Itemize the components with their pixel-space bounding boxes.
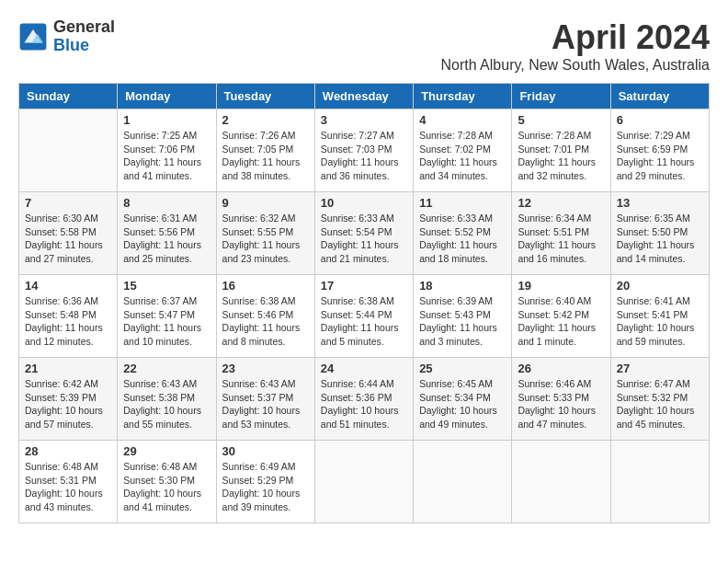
calendar-cell: 22Sunrise: 6:43 AMSunset: 5:38 PMDayligh… [118, 358, 216, 441]
day-number: 23 [222, 362, 309, 375]
calendar-cell: 4Sunrise: 7:28 AMSunset: 7:02 PMDaylight… [414, 109, 512, 192]
day-info: Sunrise: 7:26 AMSunset: 7:05 PMDaylight:… [222, 129, 309, 183]
calendar-cell: 6Sunrise: 7:29 AMSunset: 6:59 PMDaylight… [610, 109, 709, 192]
calendar-cell: 7Sunrise: 6:30 AMSunset: 5:58 PMDaylight… [19, 192, 118, 275]
location: North Albury, New South Wales, Australia [440, 57, 710, 74]
day-number: 20 [617, 279, 703, 293]
title-block: April 2024 North Albury, New South Wales… [440, 18, 710, 74]
calendar-cell [314, 441, 413, 523]
day-number: 13 [617, 196, 703, 210]
logo-text: General Blue [53, 18, 115, 55]
calendar-week-4: 21Sunrise: 6:42 AMSunset: 5:39 PMDayligh… [19, 358, 710, 441]
day-info: Sunrise: 6:36 AMSunset: 5:48 PMDaylight:… [25, 294, 111, 349]
calendar-cell: 21Sunrise: 6:42 AMSunset: 5:39 PMDayligh… [19, 358, 118, 441]
day-info: Sunrise: 6:31 AMSunset: 5:56 PMDaylight:… [123, 212, 210, 266]
calendar-week-3: 14Sunrise: 6:36 AMSunset: 5:48 PMDayligh… [19, 275, 710, 358]
calendar-cell: 2Sunrise: 7:26 AMSunset: 7:05 PMDaylight… [216, 109, 314, 192]
calendar-cell: 1Sunrise: 7:25 AMSunset: 7:06 PMDaylight… [118, 109, 216, 192]
day-number: 2 [222, 113, 309, 127]
day-number: 24 [321, 362, 407, 375]
day-info: Sunrise: 7:25 AMSunset: 7:06 PMDaylight:… [123, 129, 210, 183]
calendar-cell: 19Sunrise: 6:40 AMSunset: 5:42 PMDayligh… [512, 275, 610, 358]
day-info: Sunrise: 6:39 AMSunset: 5:43 PMDaylight:… [419, 294, 506, 349]
header-row: Sunday Monday Tuesday Wednesday Thursday… [19, 84, 710, 109]
day-number: 11 [419, 196, 506, 210]
day-info: Sunrise: 7:28 AMSunset: 7:01 PMDaylight:… [518, 129, 604, 183]
logo: General Blue [18, 18, 115, 55]
calendar-cell: 18Sunrise: 6:39 AMSunset: 5:43 PMDayligh… [414, 275, 512, 358]
calendar-cell: 5Sunrise: 7:28 AMSunset: 7:01 PMDaylight… [512, 109, 610, 192]
day-info: Sunrise: 6:35 AMSunset: 5:50 PMDaylight:… [617, 212, 703, 266]
calendar-cell: 13Sunrise: 6:35 AMSunset: 5:50 PMDayligh… [610, 192, 709, 275]
day-info: Sunrise: 6:46 AMSunset: 5:33 PMDaylight:… [518, 377, 604, 431]
day-number: 27 [617, 362, 703, 375]
day-info: Sunrise: 6:32 AMSunset: 5:55 PMDaylight:… [222, 212, 309, 266]
day-info: Sunrise: 7:27 AMSunset: 7:03 PMDaylight:… [321, 129, 407, 183]
calendar-cell: 10Sunrise: 6:33 AMSunset: 5:54 PMDayligh… [314, 192, 413, 275]
calendar-cell: 16Sunrise: 6:38 AMSunset: 5:46 PMDayligh… [216, 275, 314, 358]
calendar-cell [414, 441, 512, 523]
day-info: Sunrise: 6:30 AMSunset: 5:58 PMDaylight:… [25, 212, 111, 266]
day-number: 28 [25, 444, 111, 458]
day-number: 29 [123, 444, 210, 458]
calendar-header: Sunday Monday Tuesday Wednesday Thursday… [19, 84, 710, 109]
day-info: Sunrise: 6:37 AMSunset: 5:47 PMDaylight:… [123, 294, 210, 349]
col-sunday: Sunday [19, 84, 118, 109]
calendar-cell: 14Sunrise: 6:36 AMSunset: 5:48 PMDayligh… [19, 275, 118, 358]
day-info: Sunrise: 6:38 AMSunset: 5:46 PMDaylight:… [222, 294, 309, 349]
day-number: 5 [518, 113, 604, 127]
day-info: Sunrise: 6:41 AMSunset: 5:41 PMDaylight:… [617, 294, 703, 349]
day-info: Sunrise: 6:47 AMSunset: 5:32 PMDaylight:… [617, 377, 703, 431]
col-tuesday: Tuesday [216, 84, 314, 109]
day-number: 15 [123, 279, 210, 293]
calendar-cell: 3Sunrise: 7:27 AMSunset: 7:03 PMDaylight… [314, 109, 413, 192]
col-saturday: Saturday [610, 84, 709, 109]
calendar-week-1: 1Sunrise: 7:25 AMSunset: 7:06 PMDaylight… [19, 109, 710, 192]
day-number: 14 [25, 279, 111, 293]
day-number: 4 [419, 113, 506, 127]
calendar-cell [19, 109, 118, 192]
calendar-cell [610, 441, 709, 523]
col-thursday: Thursday [414, 84, 512, 109]
calendar-cell: 11Sunrise: 6:33 AMSunset: 5:52 PMDayligh… [414, 192, 512, 275]
day-number: 19 [518, 279, 604, 293]
calendar-body: 1Sunrise: 7:25 AMSunset: 7:06 PMDaylight… [19, 109, 710, 523]
day-number: 22 [123, 362, 210, 375]
calendar-cell: 12Sunrise: 6:34 AMSunset: 5:51 PMDayligh… [512, 192, 610, 275]
day-number: 7 [25, 196, 111, 210]
day-number: 6 [617, 113, 703, 127]
day-info: Sunrise: 6:48 AMSunset: 5:30 PMDaylight:… [123, 460, 210, 514]
page-header: General Blue April 2024 North Albury, Ne… [18, 18, 710, 74]
calendar-cell: 27Sunrise: 6:47 AMSunset: 5:32 PMDayligh… [610, 358, 709, 441]
calendar-cell: 20Sunrise: 6:41 AMSunset: 5:41 PMDayligh… [610, 275, 709, 358]
day-info: Sunrise: 6:42 AMSunset: 5:39 PMDaylight:… [25, 377, 111, 431]
day-info: Sunrise: 6:33 AMSunset: 5:54 PMDaylight:… [321, 212, 407, 266]
calendar-table: Sunday Monday Tuesday Wednesday Thursday… [18, 83, 710, 523]
calendar-cell: 23Sunrise: 6:43 AMSunset: 5:37 PMDayligh… [216, 358, 314, 441]
logo-general: General [53, 18, 115, 37]
day-number: 16 [222, 279, 309, 293]
day-info: Sunrise: 6:34 AMSunset: 5:51 PMDaylight:… [518, 212, 604, 266]
month-title: April 2024 [440, 18, 710, 57]
day-info: Sunrise: 6:33 AMSunset: 5:52 PMDaylight:… [419, 212, 506, 266]
day-info: Sunrise: 7:28 AMSunset: 7:02 PMDaylight:… [419, 129, 506, 183]
day-info: Sunrise: 6:38 AMSunset: 5:44 PMDaylight:… [321, 294, 407, 349]
day-number: 21 [25, 362, 111, 375]
col-monday: Monday [118, 84, 216, 109]
col-friday: Friday [512, 84, 610, 109]
calendar-cell [512, 441, 610, 523]
calendar-cell: 15Sunrise: 6:37 AMSunset: 5:47 PMDayligh… [118, 275, 216, 358]
day-info: Sunrise: 6:48 AMSunset: 5:31 PMDaylight:… [25, 460, 111, 514]
day-info: Sunrise: 7:29 AMSunset: 6:59 PMDaylight:… [617, 129, 703, 183]
day-number: 17 [321, 279, 407, 293]
day-number: 30 [222, 444, 309, 458]
day-number: 25 [419, 362, 506, 375]
logo-icon [18, 22, 48, 52]
calendar-cell: 29Sunrise: 6:48 AMSunset: 5:30 PMDayligh… [118, 441, 216, 523]
calendar-cell: 26Sunrise: 6:46 AMSunset: 5:33 PMDayligh… [512, 358, 610, 441]
day-number: 1 [123, 113, 210, 127]
calendar-week-2: 7Sunrise: 6:30 AMSunset: 5:58 PMDaylight… [19, 192, 710, 275]
day-number: 12 [518, 196, 604, 210]
day-number: 10 [321, 196, 407, 210]
calendar-week-5: 28Sunrise: 6:48 AMSunset: 5:31 PMDayligh… [19, 441, 710, 523]
